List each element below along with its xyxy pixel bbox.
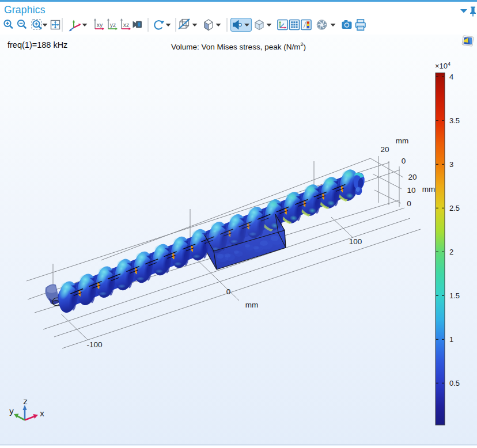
svg-text:2: 2: [449, 248, 453, 256]
svg-text:0: 0: [226, 287, 231, 296]
svg-text:3: 3: [449, 160, 453, 169]
svg-text:4: 4: [449, 73, 453, 81]
svg-text:0: 0: [402, 157, 406, 165]
svg-text:100: 100: [349, 237, 362, 246]
svg-text:x: x: [40, 408, 44, 418]
svg-text:xz: xz: [123, 21, 130, 28]
svg-text:xy: xy: [97, 21, 103, 28]
svg-text:0.5: 0.5: [449, 379, 460, 388]
svg-text:10: 10: [407, 186, 415, 195]
svg-text:mm: mm: [422, 185, 436, 193]
svg-text:z: z: [23, 396, 28, 406]
svg-text:0: 0: [407, 199, 411, 208]
svg-text:1.5: 1.5: [449, 291, 460, 300]
svg-text:mm: mm: [396, 136, 409, 145]
svg-text:y: y: [9, 406, 14, 416]
svg-text:20: 20: [380, 145, 389, 154]
svg-text:20: 20: [408, 173, 417, 181]
svg-text:1: 1: [449, 335, 453, 344]
svg-text:mm: mm: [245, 301, 259, 309]
svg-text:3.5: 3.5: [449, 116, 460, 125]
svg-text:2.5: 2.5: [449, 204, 460, 212]
svg-text:yz: yz: [110, 21, 116, 28]
svg-text:-100: -100: [86, 340, 102, 349]
